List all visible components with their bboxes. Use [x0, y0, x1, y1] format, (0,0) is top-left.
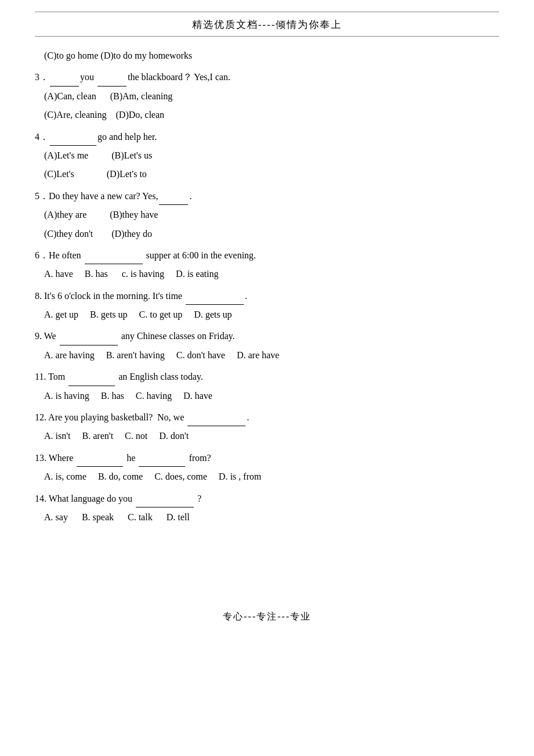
question-11: 11. Tom an English class today.: [35, 368, 499, 386]
q12-options: A. isn't B. aren't C. not D. don't: [44, 427, 499, 445]
blank-5: [159, 187, 188, 205]
q8-options: A. get up B. gets up C. to get up D. get…: [44, 306, 499, 323]
question-5: 5．Do they have a new car? Yes, .: [35, 187, 499, 205]
question-6: 6．He often supper at 6:00 in the evening…: [35, 246, 499, 264]
page-header: 精选优质文档----倾情为你奉上: [35, 12, 499, 37]
blank-13a: [77, 449, 123, 467]
blank-3a: [50, 68, 79, 86]
page-footer: 专心---专注---专业: [35, 611, 499, 623]
blank-9: [60, 327, 118, 345]
blank-11: [68, 368, 115, 386]
q11-options: A. is having B. has C. having D. have: [44, 387, 499, 405]
q14-options: A. say B. speak C. talk D. tell: [44, 509, 499, 526]
q9-options: A. are having B. aren't having C. don't …: [44, 347, 499, 364]
q3-options-ab: (A)Can, clean (B)Am, cleaning: [44, 88, 499, 105]
q3-options-cd: (C)Are, cleaning (D)Do, clean: [44, 106, 499, 124]
question-8: 8. It's 6 o'clock in the morning. It's t…: [35, 287, 499, 305]
blank-14: [136, 489, 194, 507]
question-4: 4． go and help her.: [35, 128, 499, 146]
content-area: (C)to go home (D)to do my homeworks 3． y…: [35, 47, 499, 526]
footer-text: 专心---专注---专业: [223, 611, 311, 621]
question-3: 3． you the blackboard？ Yes,I can.: [35, 68, 499, 86]
q-cd-1: (C)to go home (D)to do my homeworks: [44, 47, 499, 64]
q13-options: A. is, come B. do, come C. does, come D.…: [44, 468, 499, 485]
blank-4: [50, 128, 96, 146]
question-14: 14. What language do you ?: [35, 489, 499, 507]
blank-3b: [98, 68, 127, 86]
q4-options-cd: (C)Let's (D)Let's to: [44, 165, 499, 183]
blank-13b: [139, 449, 185, 467]
blank-12: [187, 408, 246, 426]
spacer: [35, 530, 499, 576]
q6-options: A. have B. has c. is having D. is eating: [44, 265, 499, 283]
blank-8: [186, 287, 244, 305]
header-title: 精选优质文档----倾情为你奉上: [192, 19, 342, 30]
blank-6: [85, 246, 143, 264]
q5-options-cd: (C)they don't (D)they do: [44, 225, 499, 243]
q5-options-ab: (A)they are (B)they have: [44, 206, 499, 224]
question-9: 9. We any Chinese classes on Friday.: [35, 327, 499, 345]
q4-options-ab: (A)Let's me (B)Let's us: [44, 147, 499, 164]
question-12: 12. Are you playing basketball? No, we .: [35, 408, 499, 426]
question-13: 13. Where he from?: [35, 449, 499, 467]
